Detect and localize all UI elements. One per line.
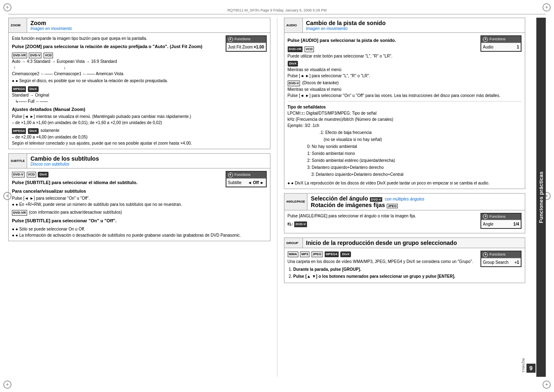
badge-dvdv-audio: DVD-V bbox=[288, 81, 300, 86]
audio-title: Cambio de la pista de sonido bbox=[306, 20, 386, 26]
signal-row-3: 0: No hay sonido ambiental bbox=[295, 143, 405, 150]
audio-text1: Puede utilizar este botón para seleccion… bbox=[288, 53, 522, 59]
badge-dvd-vr-sub: DVD-VR bbox=[12, 210, 27, 216]
zoom-title: Zoom bbox=[30, 20, 72, 26]
subtitle-title: Cambio de los subtítulos bbox=[30, 155, 99, 162]
subtitle-cancel-text: Pulse [◄ ►] para seleccionar "On" u "Off… bbox=[12, 195, 267, 201]
functions-icon: ✦ bbox=[228, 37, 233, 42]
corner-marker-br bbox=[542, 380, 551, 389]
subtitle-content: ✦ Functions Subtitle ◄ Off ► DVD-V VCD D… bbox=[9, 168, 270, 241]
zoom-dvd-line2: ↑ ↓ bbox=[12, 65, 267, 71]
corner-marker-bl bbox=[3, 380, 12, 389]
angle-title1: Selección del ángulo bbox=[311, 195, 368, 202]
signal-row-6: 3: Delantero izquierdo+Delantero derecho bbox=[295, 164, 405, 171]
functions-icon-group: ✦ bbox=[483, 252, 488, 257]
zoom-content: ✦ Functions Just Fit Zoom ×1.00 Esta fun… bbox=[9, 33, 270, 149]
signal-row-1: .1: Efecto de baja frecuencia bbox=[295, 129, 405, 136]
zoom-manual-text2: – de ×1,00 a ×1,60 (en unidades de 0,01)… bbox=[12, 120, 267, 126]
signal-row-5: 2: Sonido ambiental estéreo (izquierda/d… bbox=[295, 157, 405, 164]
top-bar: RQT8511-M_SP.fm Page 9 Friday, January 6… bbox=[8, 8, 546, 14]
page-number: 9 bbox=[526, 364, 536, 373]
group-content: ✦ Functions Group Search ÷1 WMA MP3 JP bbox=[284, 248, 525, 283]
badge-dvd-vr-audio: DVD-VR bbox=[288, 46, 303, 52]
corner-marker-ml bbox=[3, 192, 12, 200]
rqt-label: RQT8511 bbox=[522, 358, 525, 373]
badge-divx-2: DivX bbox=[28, 128, 39, 134]
signal-row-2: (no se visualiza si no hay señal) bbox=[295, 136, 405, 143]
badge-vcd-sub: VCD bbox=[27, 172, 36, 178]
subtitle-pulse2: Pulse [SUBTITLE] para seleccionar "On" u… bbox=[12, 217, 267, 224]
subtitle-note1: ● En +R/+RW, puede verse un número de su… bbox=[12, 201, 267, 208]
audio-signal-text2: kHz (Frecuencia de muestreo)/bit/ch (Núm… bbox=[288, 116, 522, 122]
badge-jpeg-group: JPEG bbox=[312, 251, 323, 257]
zoom-key-label: ZOOM bbox=[9, 18, 27, 32]
badge-vcd-audio: VCD bbox=[305, 46, 314, 52]
audio-text5: Pulse [◄ ►] para seleccionar "On" u "Off… bbox=[288, 92, 522, 99]
functions-icon-sub: ✦ bbox=[228, 173, 233, 178]
angle-section: ANGLE/PAGE Selección del ángulo DVD-V co… bbox=[284, 193, 526, 234]
left-column: ZOOM Zoom Imagen en movimiento ✦ Functio… bbox=[8, 18, 277, 377]
zoom-solo: solamente bbox=[40, 128, 59, 133]
functions-icon-angle: ✦ bbox=[483, 214, 488, 219]
badge-wma: WMA bbox=[288, 251, 298, 257]
audio-signal-title: Tipo de señal/datos bbox=[288, 104, 522, 110]
functions-icon-audio: ✦ bbox=[483, 37, 488, 42]
audio-signal-text1: LPCM/□□ Digital/DTS/MP3/MPEG: Tipo de se… bbox=[288, 110, 522, 116]
subtitle-subtitle: Discos con subtítulos bbox=[30, 162, 99, 166]
audio-content: ✦ Functions Audio 1 Pulse [AUDIO] para s… bbox=[284, 33, 525, 189]
zoom-subtitle: Imagen en movimiento bbox=[30, 26, 72, 31]
group-title: Inicio de la reproducción desde un grupo… bbox=[306, 240, 457, 246]
badge-dvdv-angle: DVD-V bbox=[370, 197, 383, 202]
badge-dvdv-angle-ex: DVD-V bbox=[294, 221, 307, 227]
group-functions-box: ✦ Functions Group Search ÷1 bbox=[480, 251, 522, 267]
zoom-note2: Según el televisor conectado y sus ajust… bbox=[12, 140, 267, 146]
angle-content: ✦ Functions Angle 1/4 Pulse [ANGLE/PAGE]… bbox=[284, 210, 525, 233]
side-tab: Funciones prácticas bbox=[536, 18, 546, 377]
zoom-dvd-line3: Cinemascope2 ←—— Cinemascope1 ←—— Americ… bbox=[12, 71, 267, 77]
audio-dvdv-sub: (Discos de karaoke) bbox=[302, 81, 339, 85]
zoom-manual-text3: – de ×2,00 a ×4,00 (en unidades de 0,05) bbox=[12, 134, 267, 140]
badge-divx-audio: DivX bbox=[288, 61, 298, 67]
corner-marker-tr bbox=[542, 3, 551, 12]
subtitle-note2: ● Sólo se puede seleccionar On u Off. bbox=[12, 226, 267, 232]
badge-divx-group: DivX bbox=[340, 251, 351, 257]
zoom-functions-box: ✦ Functions Just Fit Zoom ×1.00 bbox=[226, 35, 267, 52]
audio-signal-example: Ejemplo: 3/2 .1ch bbox=[288, 122, 522, 129]
zoom-manual-title: Ajustes detallados (Manual Zoom) bbox=[12, 106, 267, 113]
badge-jpeg-angle: JPEG bbox=[387, 204, 398, 208]
audio-text3: Pulse [◄ ►] para seleccionar "L", "R" o … bbox=[288, 73, 522, 79]
zoom-section: ZOOM Zoom Imagen en movimiento ✦ Functio… bbox=[8, 18, 270, 149]
subtitle-functions-box: ✦ Functions Subtitle ◄ Off ► bbox=[226, 171, 267, 187]
audio-note-divx: ● DivX La reproducción de los discos de … bbox=[288, 180, 522, 186]
audio-text4: Mientras se visualiza el menú bbox=[288, 86, 522, 92]
audio-section: AUDIO Cambio de la pista de sonido Image… bbox=[284, 18, 526, 189]
angle-title2: Rotación de imágenes fijas bbox=[311, 202, 385, 208]
angle-key-label: ANGLE/PAGE bbox=[284, 194, 308, 210]
audio-subtitle: Imagen en movimiento bbox=[306, 26, 386, 31]
zoom-manual-text1: Pulse [◄ ►] mientras se visualiza el men… bbox=[12, 113, 267, 120]
angle-functions-box: ✦ Functions Angle 1/4 bbox=[480, 213, 522, 229]
subtitle-key-label: SUBTITLE bbox=[9, 154, 27, 168]
group-key-label: GROUP bbox=[284, 238, 303, 248]
angle-example-label: Ej.: bbox=[288, 222, 293, 226]
audio-functions-box: ✦ Functions Audio 1 bbox=[480, 35, 522, 52]
badge-mp3: MP3 bbox=[300, 251, 309, 257]
badge-divx-sub: DivX bbox=[38, 172, 48, 178]
zoom-note1: ● Según el disco, es posible que no se v… bbox=[12, 78, 267, 84]
group-step1: Durante la parada, pulse [GROUP]. bbox=[293, 266, 522, 272]
subtitle-note3: ● La información de activación o desacti… bbox=[12, 232, 267, 238]
badge-divx: DivX bbox=[28, 86, 39, 92]
zoom-mpeg4-line1: Standard → Original bbox=[12, 92, 267, 98]
corner-marker-tl bbox=[3, 3, 12, 12]
badge-mpeg4: MPEG4 bbox=[12, 86, 26, 92]
badge-mpeg4-group: MPEG4 bbox=[325, 251, 339, 257]
zoom-dvd-line1: Auto → 4:3 Standard → European Vista → 1… bbox=[12, 58, 267, 65]
angle-subtitle1: con múltiples ángulos bbox=[385, 197, 424, 201]
subtitle-cancel-title: Para cancelar/visualizar subtítulos bbox=[12, 188, 267, 195]
zoom-mpeg4-line2: ↳—— Full ←—— bbox=[12, 98, 267, 104]
group-section: GROUP Inicio de la reproducción desde un… bbox=[284, 238, 526, 283]
signal-row-7: 3: Delantero izquierdo+Delantero derecho… bbox=[295, 171, 405, 178]
signal-table: .1: Efecto de baja frecuencia (no se vis… bbox=[294, 129, 406, 178]
badge-vcd: VCD bbox=[44, 53, 53, 58]
badge-mpeg4-2: MPEG4 bbox=[12, 128, 26, 134]
